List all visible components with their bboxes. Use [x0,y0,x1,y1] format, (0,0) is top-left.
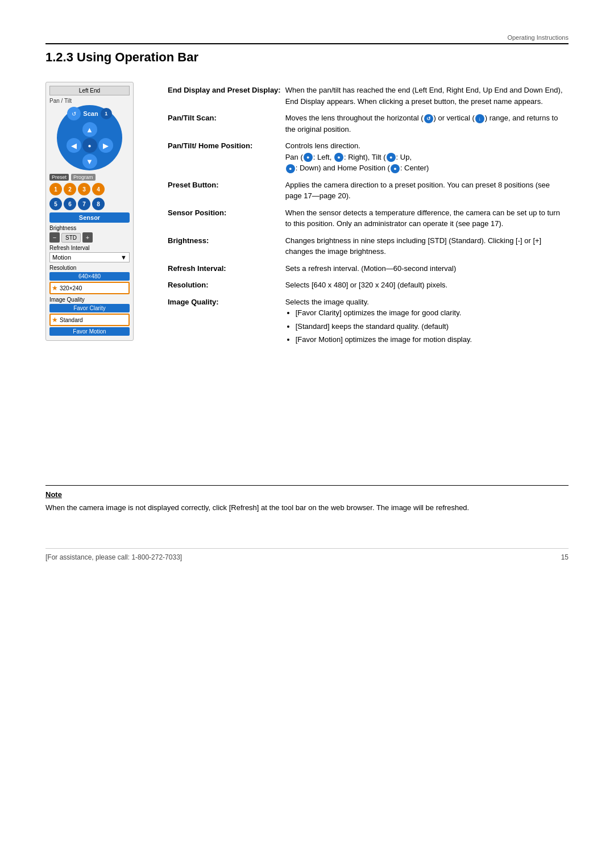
preset-btn-5[interactable]: 5 [49,198,62,210]
dir-empty-bl [67,154,81,169]
scan-row: ↺ Scan 1 [67,107,111,120]
refresh-desc-text: Sets a refresh interval. (Motion—60-seco… [285,260,569,277]
program-tab[interactable]: Program [71,174,96,181]
dir-center-btn[interactable]: ● [82,138,97,153]
preset-btn-1[interactable]: 1 [49,183,62,195]
desc-row-resolution: Resolution: Selects [640 x 480] or [320 … [168,277,569,294]
pan-tilt-home-text: Controls lens direction. Pan (●: Left, ●… [285,137,569,177]
direction-pad: ▲ ◀ ● ▶ ▼ [67,122,113,169]
ui-widget-area: Left End Pan / Tilt ↺ Scan 1 ▲ [45,82,151,468]
sensor-position-label: Sensor Position: [168,205,285,232]
desc-row-sensor-position: Sensor Position: When the sensor detects… [168,205,569,232]
preset-btn-3[interactable]: 3 [78,183,90,195]
end-display-label: End Display and Preset Display: [168,82,285,110]
resolution-desc-text: Selects [640 x 480] or [320 x 240] (defa… [285,277,569,294]
dir-empty-tr [98,122,113,137]
desc-row-refresh: Refresh Interval: Sets a refresh interva… [168,260,569,277]
desc-table: End Display and Preset Display: When the… [168,82,569,350]
preset-buttons-row2: 5 6 7 8 [49,198,130,210]
image-quality-list-item-2: [Standard] keeps the standard quality. (… [296,321,564,332]
preset-button-text: Applies the camera direction to a preset… [285,177,569,205]
pan-tilt-home-label: Pan/Tilt/ Home Position: [168,137,285,177]
dir-empty-br [98,154,113,169]
preset-tab[interactable]: Preset [49,174,69,181]
section-title: 1.2.3 Using Operation Bar [45,50,569,65]
brightness-std: STD [61,233,81,243]
desc-row-pan-tilt-home: Pan/Tilt/ Home Position: Controls lens d… [168,137,569,177]
tilt-down-icon: ● [286,164,295,173]
refresh-desc-label: Refresh Interval: [168,260,285,277]
page-header: Operating Instructions [45,34,569,44]
dir-up-btn[interactable]: ▲ [82,122,97,137]
scan-circle-btn[interactable]: ↺ [67,107,81,120]
preset-btn-7[interactable]: 7 [78,198,90,210]
connector-lines [134,82,151,468]
preset-btn-8[interactable]: 8 [92,198,105,210]
descriptions-panel: End Display and Preset Display: When the… [168,82,569,350]
star-icon: ★ [52,284,58,292]
desc-row-pan-tilt-scan: Pan/Tilt Scan: Moves the lens throughout… [168,110,569,137]
image-quality-list-item-3: [Favor Motion] optimizes the image for m… [296,334,564,345]
page-number: 15 [561,553,569,561]
image-quality-list: [Favor Clarity] optimizes the image for … [285,307,564,345]
image-quality-list-item-1: [Favor Clarity] optimizes the image for … [296,307,564,319]
brightness-minus-btn[interactable]: − [49,232,60,243]
resolution-640-btn[interactable]: 640×480 [49,272,130,281]
preset-btn-4[interactable]: 4 [92,183,105,195]
desc-row-image-quality: Image Quality: Selects the image quality… [168,294,569,350]
resolution-desc-label: Resolution: [168,277,285,294]
preset-button-label: Preset Button: [168,177,285,205]
vertical-icon: ↓ [475,114,484,123]
pan-right-icon: ● [334,153,343,162]
dir-empty-tl [67,122,81,137]
main-content: Left End Pan / Tilt ↺ Scan 1 ▲ [45,82,569,468]
sensor-position-text: When the sensor detects a temperature di… [285,205,569,232]
home-icon: ● [391,164,400,173]
pan-left-icon: ● [304,153,313,162]
preset-btn-6[interactable]: 6 [64,198,76,210]
standard-star-icon: ★ [52,316,58,324]
image-quality-desc-label: Image Quality: [168,294,285,350]
dir-left-btn[interactable]: ◀ [67,138,81,153]
left-end-label: Left End [49,86,130,95]
standard-btn[interactable]: ★ Standard [49,314,130,326]
preset-btn-2[interactable]: 2 [64,183,76,195]
brightness-desc-text: Changes brightness in nine steps includi… [285,232,569,260]
image-quality-desc-text: Selects the image quality. [Favor Clarit… [285,294,569,350]
op-bar-widget: Left End Pan / Tilt ↺ Scan 1 ▲ [45,82,134,341]
motion-dropdown[interactable]: Motion ▼ [49,252,130,262]
brightness-label: Brightness [49,225,130,231]
brightness-plus-btn[interactable]: + [82,232,93,243]
pan-tilt-control: ↺ Scan 1 ▲ ◀ ● ▶ ▼ [57,105,122,170]
header-text: Operating Instructions [507,34,569,41]
favor-motion-btn[interactable]: Favor Motion [49,327,130,336]
note-text: When the camera image is not displayed c… [45,502,569,514]
pan-tilt-scan-label: Pan/Tilt Scan: [168,110,285,137]
sensor-btn[interactable]: Sensor [49,212,130,223]
dir-down-btn[interactable]: ▼ [82,154,97,169]
brightness-controls: − STD + [49,232,130,243]
refresh-interval-label: Refresh Interval [49,245,130,251]
favor-clarity-btn[interactable]: Favor Clarity [49,304,130,312]
note-title: Note [45,490,569,499]
preset-program-row: Preset Program [49,174,130,181]
desc-row-brightness: Brightness: Changes brightness in nine s… [168,232,569,260]
scan-text: Scan [83,110,98,117]
image-quality-label: Image Quality [49,297,130,303]
note-section: Note When the camera image is not displa… [45,485,569,514]
dir-right-btn[interactable]: ▶ [98,138,113,153]
desc-row-preset-button: Preset Button: Applies the camera direct… [168,177,569,205]
page-footer: [For assistance, please call: 1-800-272-… [45,548,569,561]
scan-number: 1 [101,108,112,119]
horizontal-icon: ↺ [424,114,433,123]
end-display-text: When the pan/tilt has reached the end (L… [285,82,569,110]
preset-buttons-row1: 1 2 3 4 [49,183,130,195]
resolution-label: Resolution [49,265,130,271]
tilt-up-icon: ● [387,153,396,162]
pan-tilt-scan-text: Moves the lens throughout the horizontal… [285,110,569,137]
desc-row-end-display: End Display and Preset Display: When the… [168,82,569,110]
footer-assistance: [For assistance, please call: 1-800-272-… [45,553,182,561]
resolution-320-btn[interactable]: ★ 320×240 [49,282,130,294]
brightness-desc-label: Brightness: [168,232,285,260]
pan-tilt-label: Pan / Tilt [49,98,130,104]
